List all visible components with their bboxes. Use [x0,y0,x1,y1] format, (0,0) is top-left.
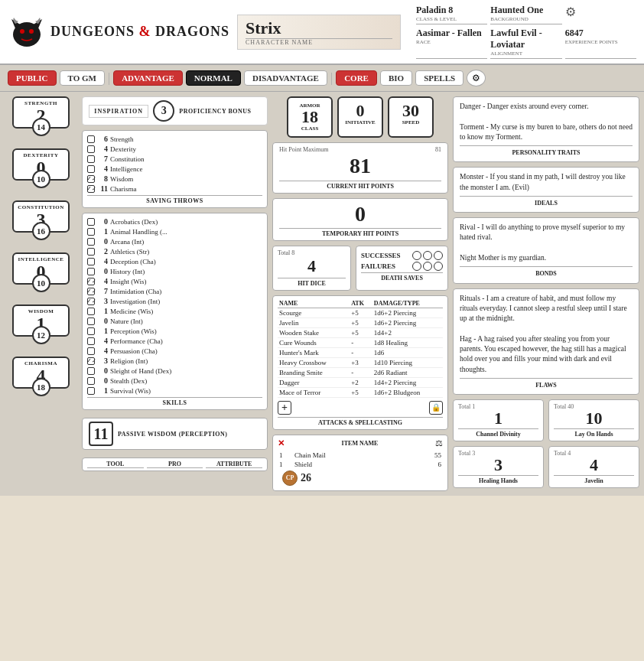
ability-wisdom-wrapper: WISDOM 1 12 [5,304,77,337]
header: DUNGEONS & DRAGONS Strix CHARACTER NAME … [0,0,644,65]
passive-wisdom-value: 11 [89,422,113,446]
attack-atk: - [350,367,372,377]
equipment-header-row: ✕ ITEM NAME ⚖ [278,438,443,448]
lock-attack-button[interactable]: 🔒 [429,401,443,415]
tab-settings-icon[interactable]: ⚙ [467,70,486,86]
skill-value: 1 [97,307,108,315]
attack-row: Cure Wounds - 1d8 Healing [278,337,443,347]
channel-divinity-total: 1 [472,403,475,410]
skill-value: 7 [97,287,108,295]
tab-disadvantage[interactable]: DISADVANTAGE [244,70,327,86]
features-row-2: Total 3 3 Healing Hands Total 4 4 Javeli… [453,446,639,488]
skill-check[interactable] [87,248,95,256]
skill-check[interactable]: ✓ [87,298,95,305]
skill-check[interactable]: ✓ [87,357,95,365]
equip-qty: 1 [278,451,293,460]
success-bubble-3[interactable] [434,251,443,260]
saving-throws-label: SAVING THROWS [87,195,262,204]
skill-check[interactable] [87,228,95,236]
skill-row: ✓ 4 Insight (Wis) [87,276,262,286]
saving-throw-check[interactable]: ✓ [87,175,95,183]
healing-hands-label: Healing Hands [458,475,538,484]
skills-box: 0 Acrobatics (Dex) 1 Animal Handling (..… [82,213,268,410]
saving-throw-value: 7 [97,155,108,163]
initiative-stat: 0 INITIATIVE [337,96,383,138]
ability-intelligence-wrapper: INTELLIGENCE 0 10 [5,252,77,285]
skill-name: Arcana (Int) [110,238,262,246]
proficiency-value: 3 [153,100,174,122]
skill-check[interactable] [87,218,95,226]
skill-row: ✓ 7 Intimidation (Cha) [87,286,262,296]
initiative-value: 0 [345,103,376,119]
equip-weight: 6 [409,460,443,469]
skill-name: Animal Handling (... [110,228,262,236]
failure-bubble-2[interactable] [423,262,432,271]
attack-name: Mace of Terror [278,387,350,397]
saving-throw-check[interactable]: ✓ [87,185,95,193]
skill-check[interactable] [87,317,95,325]
skill-name: Sleight of Hand (Dex) [110,367,262,375]
skill-name: Performance (Cha) [110,337,262,345]
attack-damage: 1d8 Healing [372,337,443,347]
skill-value: 0 [97,217,108,226]
strength-modifier: 14 [32,118,50,136]
passive-wisdom-box: 11 PASSIVE WISDOM (PERCEPTION) [82,418,268,450]
skill-check[interactable] [87,367,95,375]
flaws-text: Rituals - I am a creature of habit, and … [460,294,633,375]
main-layout: STRENGTH 2 14 DEXTERITY 0 10 CONSTITUTIO… [0,92,644,496]
saving-throw-check[interactable] [87,135,95,143]
tab-core[interactable]: CORE [336,70,377,86]
saving-throw-name: Constitution [110,155,262,163]
alignment-label: ALIGNMENT [490,50,561,57]
tab-spells[interactable]: SPELLS [415,70,463,86]
skill-check[interactable] [87,377,95,385]
skill-check[interactable] [87,337,95,345]
attack-atk: +3 [350,357,372,367]
skill-check[interactable] [87,387,95,395]
saving-throw-check[interactable] [87,155,95,163]
saving-throw-check[interactable] [87,145,95,153]
skill-check[interactable] [87,238,95,246]
attack-row: Wooden Stake +5 1d4+2 [278,327,443,337]
hit-dice-box: Total 8 4 HIT DICE [272,246,351,291]
skill-check[interactable] [87,308,95,315]
wisdom-modifier: 12 [32,326,50,344]
attack-name: Hunter's Mark [278,347,350,357]
skill-name: Persuasion (Cha) [110,347,262,355]
death-failures-label: FAILURES [361,262,395,270]
failure-bubble-1[interactable] [412,262,421,271]
failure-bubble-3[interactable] [434,262,443,271]
skill-name: Religion (Int) [110,357,262,365]
skill-row: 4 Deception (Cha) [87,256,262,266]
skills-list: 0 Acrobatics (Dex) 1 Animal Handling (..… [87,217,262,396]
skill-name: Stealth (Dex) [110,377,262,385]
skill-check[interactable] [87,347,95,355]
skill-value: 4 [97,337,108,345]
tab-advantage[interactable]: ADVANTAGE [113,70,183,86]
skill-check[interactable] [87,268,95,275]
skill-row: 2 Athletics (Str) [87,246,262,256]
saving-throw-row: 7 Constitution [87,154,262,164]
tab-bio[interactable]: BIO [380,70,412,86]
skill-check[interactable]: ✓ [87,288,95,295]
settings-icon[interactable]: ⚙ [565,5,576,18]
success-bubble-1[interactable] [412,251,421,260]
bonds-box: Rival - I will do anything to prove myse… [453,217,639,283]
tab-public[interactable]: PUBLIC [8,70,57,86]
skill-name: Nature (Int) [110,317,262,325]
add-attack-button[interactable]: + [278,401,291,415]
speed-label: SPEED [395,119,426,125]
skill-check[interactable] [87,327,95,335]
tab-normal[interactable]: NORMAL [186,70,241,86]
skill-check[interactable] [87,258,95,265]
tab-togm[interactable]: TO GM [60,70,105,86]
ideals-box: Monster - If you stand in my path, I wil… [453,167,639,213]
skill-check[interactable]: ✓ [87,278,95,285]
skill-name: Deception (Cha) [110,258,262,265]
dragon-logo-icon [8,13,46,51]
equipment-row: 1 Chain Mail 55 [278,451,443,460]
success-bubble-2[interactable] [423,251,432,260]
class-level-label: CLASS & LEVEL [416,16,487,22]
saving-throw-check[interactable] [87,165,95,173]
death-successes-row: SUCCESSES [361,251,443,260]
